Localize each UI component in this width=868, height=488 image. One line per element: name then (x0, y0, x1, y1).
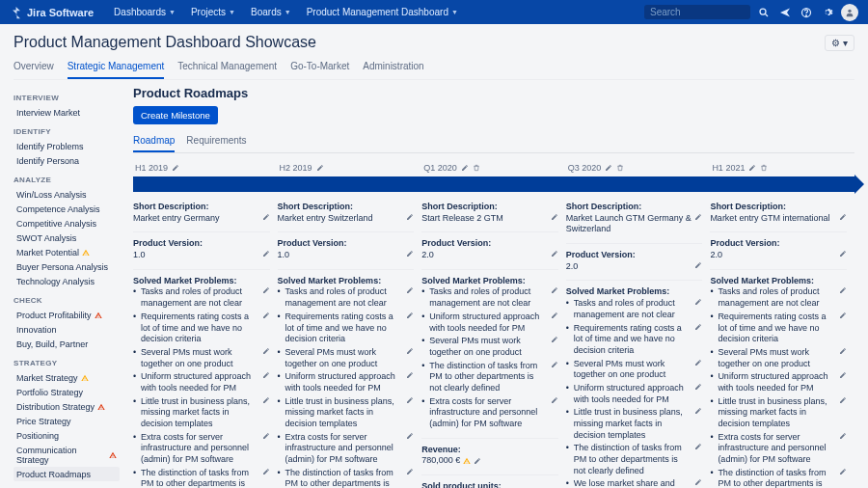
subtab[interactable]: Requirements (186, 132, 246, 152)
pencil-icon[interactable] (551, 396, 558, 404)
pencil-icon[interactable] (694, 359, 702, 366)
search-icon[interactable] (756, 5, 772, 20)
user-avatar[interactable] (841, 4, 858, 21)
pencil-icon[interactable] (839, 347, 847, 355)
tab[interactable]: Go-To-Market (290, 57, 349, 79)
roadmap-column: Short Description:Start Release 2 GTMPro… (421, 202, 566, 488)
pencil-icon[interactable] (839, 213, 847, 221)
pencil-icon[interactable] (262, 396, 270, 404)
sidebar-item[interactable]: Buy, Build, Partner (14, 337, 120, 351)
pencil-icon[interactable] (461, 164, 469, 172)
pencil-icon[interactable] (551, 312, 558, 319)
sidebar-item[interactable]: Portfolio Strategy (14, 385, 120, 399)
pencil-icon[interactable] (551, 361, 558, 368)
sidebar-item[interactable]: Positioning (14, 428, 120, 443)
pencil-icon[interactable] (839, 286, 847, 294)
pencil-icon[interactable] (406, 396, 414, 404)
pencil-icon[interactable] (406, 312, 414, 319)
brand[interactable]: Jira Software (10, 6, 94, 19)
pencil-icon[interactable] (694, 298, 702, 306)
nav-item[interactable]: Projects▼ (184, 4, 242, 20)
pencil-icon[interactable] (694, 323, 702, 331)
sidebar-item[interactable]: Distribution Strategy (14, 399, 120, 414)
sidebar-item[interactable]: Identify Persona (14, 153, 120, 168)
sidebar-item[interactable]: Price Strategy (14, 414, 120, 428)
pencil-icon[interactable] (551, 336, 558, 343)
pencil-icon[interactable] (605, 164, 612, 172)
search-input[interactable] (644, 5, 750, 19)
tab[interactable]: Strategic Management (68, 57, 165, 79)
pencil-icon[interactable] (694, 213, 702, 221)
section-title: Product Roadmaps (133, 86, 854, 100)
pencil-icon[interactable] (262, 213, 270, 221)
pencil-icon[interactable] (694, 443, 702, 450)
pencil-icon[interactable] (694, 383, 702, 391)
pencil-icon[interactable] (694, 261, 702, 269)
pencil-icon[interactable] (316, 164, 324, 172)
subtab[interactable]: Roadmap (133, 132, 175, 152)
sidebar-item[interactable]: Interview Market (14, 105, 120, 120)
pencil-icon[interactable] (406, 286, 414, 294)
pencil-icon[interactable] (748, 164, 756, 172)
sidebar-item[interactable]: Communication Strategy (14, 443, 120, 467)
pencil-icon[interactable] (474, 457, 481, 465)
pencil-icon[interactable] (406, 432, 414, 440)
feedback-icon[interactable] (777, 5, 793, 20)
nav-item[interactable]: Dashboards▼ (107, 4, 182, 20)
short-desc-value: Market entry Germany (133, 213, 259, 225)
nav-item[interactable]: Product Management Dashboard▼ (300, 4, 465, 20)
pencil-icon[interactable] (839, 371, 847, 379)
pencil-icon[interactable] (406, 468, 414, 475)
settings-icon[interactable] (820, 5, 835, 20)
problem-item: Tasks and roles of product management ar… (566, 298, 703, 320)
sidebar-item[interactable]: Market Potential (14, 245, 120, 259)
pencil-icon[interactable] (172, 164, 179, 172)
tab[interactable]: Technical Management (177, 57, 277, 79)
pencil-icon[interactable] (406, 347, 414, 355)
sidebar-item[interactable]: Market Strategy (14, 370, 120, 385)
sidebar-item[interactable]: Product Profitability (14, 308, 120, 322)
trash-icon[interactable] (760, 164, 768, 172)
trash-icon[interactable] (616, 164, 624, 172)
pencil-icon[interactable] (839, 468, 847, 475)
pencil-icon[interactable] (262, 371, 270, 379)
roadmap-column: Short Description:Market entry Switzerla… (278, 202, 422, 488)
pencil-icon[interactable] (551, 286, 558, 294)
pencil-icon[interactable] (406, 250, 414, 258)
sidebar-item[interactable]: SWOT Analysis (14, 230, 120, 245)
sidebar-item[interactable]: Technology Analysis (14, 274, 120, 288)
pencil-icon[interactable] (262, 250, 270, 258)
pencil-icon[interactable] (262, 468, 270, 475)
tab[interactable]: Overview (14, 57, 54, 79)
pencil-icon[interactable] (839, 396, 847, 404)
problem-item: Little trust in business plans, missing … (710, 396, 847, 430)
sidebar-item[interactable]: Product Roadmaps (14, 467, 120, 481)
sidebar-item[interactable]: Win/Loss Analysis (14, 187, 120, 202)
problems-label: Solved Market Problems: (133, 276, 270, 287)
sidebar-item[interactable]: Buyer Persona Analysis (14, 259, 120, 274)
pencil-icon[interactable] (262, 432, 270, 440)
pencil-icon[interactable] (406, 213, 414, 221)
sidebar-item[interactable]: Identify Problems (14, 139, 120, 153)
pencil-icon[interactable] (262, 286, 270, 294)
help-icon[interactable] (799, 5, 814, 20)
nav-item[interactable]: Boards▼ (244, 4, 298, 20)
pencil-icon[interactable] (839, 432, 847, 440)
pencil-icon[interactable] (839, 250, 847, 258)
pencil-icon[interactable] (694, 407, 702, 415)
sidebar-item[interactable]: Competence Analysis (14, 202, 120, 216)
pencil-icon[interactable] (262, 312, 270, 319)
tab[interactable]: Administration (363, 57, 423, 79)
pencil-icon[interactable] (839, 312, 847, 319)
pencil-icon[interactable] (262, 347, 270, 355)
pencil-icon[interactable] (551, 250, 558, 258)
create-milestone-button[interactable]: Create Milestone (133, 106, 218, 124)
pencil-icon[interactable] (551, 213, 558, 221)
sidebar-item[interactable]: Innovation (14, 322, 120, 337)
sidebar-heading: Strategy (14, 359, 120, 367)
sidebar-item[interactable]: Competitive Analysis (14, 216, 120, 230)
pencil-icon[interactable] (694, 478, 702, 486)
trash-icon[interactable] (473, 164, 480, 172)
page-actions-button[interactable]: ⚙ ▾ (825, 35, 854, 51)
pencil-icon[interactable] (406, 371, 414, 379)
